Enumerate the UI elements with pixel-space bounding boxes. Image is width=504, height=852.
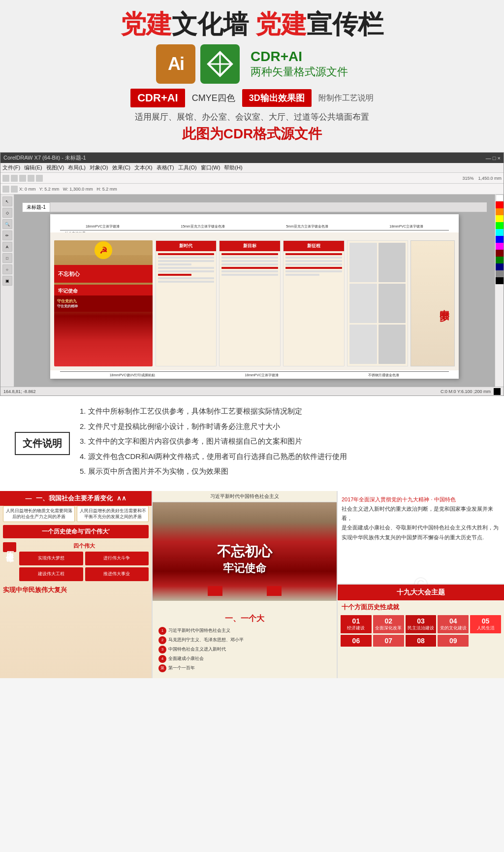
screenshot-section: CorelDRAW X7 (64-Bit) - 未标题-1 — □ × 文件(F… (0, 152, 504, 396)
design-panel-main: ☭ 不忘初心 牢记使命 (54, 240, 153, 366)
color-white[interactable] (496, 195, 504, 201)
tool-text[interactable]: A (2, 242, 12, 252)
cdr-window-controls[interactable]: — □ × (486, 155, 501, 161)
cdr-tab-active[interactable]: 未标题-1 (22, 202, 50, 212)
menu-layout[interactable]: 布局(L) (68, 164, 85, 171)
menu-tool[interactable]: 工具(O) (178, 164, 197, 171)
panel-xinmubiao: 新目标 (219, 240, 281, 366)
contradiction-box-1: 人民日益增长的物质文化需要同落后的社会生产力之间的矛盾 (3, 506, 75, 522)
ach-text-1: 经济建设 (347, 625, 365, 630)
coords: X: 0 mm Y: 5.2 mm W: 1,300.0 mm H: 5.2 m… (19, 187, 117, 192)
right-bottom-section: 十九大大会主题 十个方面历史性成就 01 经济建设 02 全面深化改革 03 民… (338, 585, 504, 678)
cdr-tabs[interactable]: 未标题-1 (22, 202, 487, 212)
color-darkred[interactable] (496, 250, 504, 257)
desc-item-4: 4. 源文件包含CDR和AI两种文件格式，使用者可自行选择自己熟悉的软件进行使用 (80, 451, 489, 462)
toolbar-btn-3[interactable] (19, 175, 26, 182)
software-sublabel: 两种矢量格式源文件 (251, 65, 348, 79)
line (285, 274, 319, 276)
menu-edit[interactable]: 编辑(E) (24, 164, 42, 171)
tool-zoom[interactable]: 🔍 (2, 219, 12, 229)
svg-text:☭: ☭ (99, 246, 107, 256)
ach-item-7: 07 (373, 635, 404, 647)
header-section: 党建文化墙 党建宣传栏 Ai CDR+AI 两种矢量格式源文件 CDR+AI C… (0, 0, 504, 152)
panel-gold-top: ☭ (54, 240, 153, 255)
toolbar-btn-6[interactable] (2, 186, 9, 193)
ach-item-2: 02 全面深化改革 (373, 615, 404, 633)
toolbar-btn-1[interactable] (2, 175, 9, 182)
tool-select[interactable]: ↖ (2, 197, 12, 206)
line (285, 263, 342, 265)
toolbar-btn-2[interactable] (11, 175, 18, 182)
circle-5: 第 (158, 664, 166, 672)
statusbar-color-swatch (494, 388, 501, 395)
toolbar-btn-5[interactable] (36, 175, 43, 182)
menu-table[interactable]: 表格(T) (157, 164, 174, 171)
subtitle-line: 适用展厅、展馆、办公室、会议室、大厅、过道等公共墙面布置 (10, 111, 494, 123)
tool-fill[interactable]: ▣ (2, 276, 12, 286)
color-gray[interactable] (496, 270, 504, 277)
tool-rect[interactable]: □ (2, 253, 12, 263)
color-yellow[interactable] (496, 215, 504, 222)
menu-file[interactable]: 文件(F) (2, 164, 20, 171)
circle-4: 4 (158, 655, 166, 663)
line (285, 267, 342, 269)
cdr-toolbar: 315% 1,450.0 mm (0, 173, 504, 184)
color-red[interactable] (496, 201, 504, 208)
num-item-2: 2 马克思列宁主义、毛泽东思想、邓小平 (158, 636, 331, 644)
line (158, 281, 215, 283)
menu-window[interactable]: 窗口(W) (201, 164, 220, 171)
num-item-1: 1 习近平新时代中国特色社会主义 (158, 627, 331, 635)
ach-text-2: 全面深化改革 (375, 625, 402, 630)
menu-help[interactable]: 帮助(H) (224, 164, 242, 171)
left-header-text: 一、我国社会主要矛盾变化 (36, 494, 113, 503)
cdr-menubar[interactable]: 文件(F) 编辑(E) 视图(V) 布局(L) 对象(O) 效果(C) 文本(X… (0, 163, 504, 173)
mission-section: 历史使命 四个伟大 实现伟大梦想 进行伟大斗争 建设伟大工程 推进伟大事业 (0, 540, 152, 583)
tool-shape[interactable]: ◇ (2, 208, 12, 218)
grid-cell-6 (378, 325, 406, 364)
cdr-color-palette[interactable] (495, 195, 504, 387)
menu-object[interactable]: 对象(O) (90, 164, 108, 171)
menu-view[interactable]: 视图(V) (46, 164, 64, 171)
color-orange[interactable] (496, 208, 504, 215)
color-blue[interactable] (496, 236, 504, 243)
line (158, 267, 215, 269)
color-cyan[interactable] (496, 229, 504, 236)
line (221, 263, 278, 265)
menu-text[interactable]: 文本(X) (134, 164, 153, 171)
right-panel-header: 十九大大会主题 (338, 585, 504, 600)
photo-text-center: 不忘初心 牢记使命 (217, 527, 272, 576)
ach-item-1: 01 经济建设 (341, 615, 372, 633)
section-label: 一、一个大 (156, 614, 334, 624)
panel-1-header: 新时代 (156, 241, 217, 251)
menu-effect[interactable]: 效果(C) (112, 164, 130, 171)
middle-center: 不忘初心 牢记使命 一、一个大 1 习近平新时代中国特色社会主义 (153, 502, 337, 678)
title-dangjiian-1: 党建 (121, 10, 172, 38)
banner-text: 不忘初心 (58, 270, 80, 278)
preview-left-panel: — 一、我国社会主要矛盾变化 ∧∧ 人民日益增长的物质文化需要同落后的社会生产力… (0, 491, 153, 678)
color-darkblue[interactable] (496, 263, 504, 270)
ann-1: 18mmPVC立体字镀漆 (86, 224, 120, 229)
line (158, 257, 215, 259)
color-magenta[interactable] (496, 243, 504, 250)
tool-pen[interactable]: ✏ (2, 230, 12, 240)
toolbar-btn-7[interactable] (11, 186, 18, 193)
page-title: 党建文化墙 党建宣传栏 (10, 9, 494, 39)
right-top-section: 2017年全面深入贯彻党的十九大精神 · 中国特色 社会主义进入新时代的重大政治… (338, 491, 504, 585)
color-black[interactable] (496, 277, 504, 284)
ai-software-icon: Ai (156, 44, 195, 84)
right-top-desc-1: 社会主义进入新时代的重大政治判断，是党和国家事业发展并来看， (342, 506, 493, 521)
right-top-desc-3: 实现中华民族伟大复兴的中国梦而不懈奋斗的重大历史节点. (342, 534, 484, 540)
color-green[interactable] (496, 222, 504, 229)
line (158, 270, 215, 272)
tool-ellipse[interactable]: ○ (2, 264, 12, 274)
toolbar-btn-4[interactable] (28, 175, 34, 182)
cdr-main-canvas[interactable]: 未标题-1 18mmPVC立体字镀漆 15mm亚克力立体字镀金色漆 5mm亚克力… (14, 195, 495, 387)
red-banner: 不忘初心 (54, 265, 153, 283)
software-icons-row: Ai CDR+AI 两种矢量格式源文件 (10, 44, 494, 84)
great-item-2: 进行伟大斗争 (85, 552, 149, 565)
cdr-window: CorelDRAW X7 (64-Bit) - 未标题-1 — □ × 文件(F… (0, 152, 504, 396)
line (285, 260, 342, 262)
canvas-annotations: 18mmPVC立体字镀漆 15mm亚克力立体字镀金色漆 5mm亚克力立体字镀金色… (50, 214, 459, 379)
circle-2: 2 (158, 636, 166, 644)
color-darkgreen[interactable] (496, 257, 504, 263)
